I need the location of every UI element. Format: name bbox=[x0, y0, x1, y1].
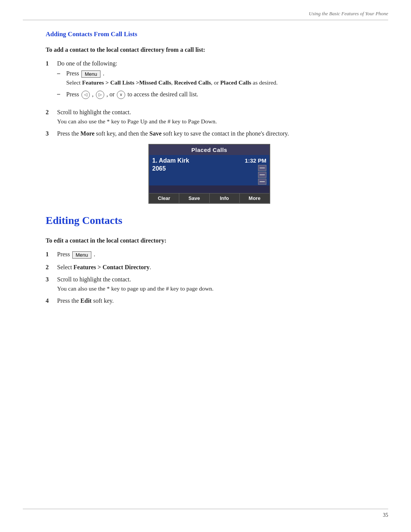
steps-list-editing: 1 Press Menu . 2 Select Features > Conta… bbox=[46, 251, 373, 304]
task-heading-editing: To edit a contact in the local contact d… bbox=[46, 237, 373, 244]
step-3: 3 Press the More soft key, and then the … bbox=[46, 130, 373, 137]
press-label-1b: Press bbox=[66, 91, 81, 97]
period-e1: . bbox=[94, 251, 95, 257]
nav-label: to access the desired call list. bbox=[127, 91, 198, 97]
step-2-content: Scroll to highlight the contact. You can… bbox=[57, 109, 373, 125]
sub-step-1b-content: Press ◁ , ▷ , or ∨ to access the desired… bbox=[66, 91, 373, 99]
steps-list-adding: 1 Do one of the following: – Press Menu … bbox=[46, 60, 373, 137]
edit-step-1-content: Press Menu . bbox=[57, 251, 373, 259]
top-rule bbox=[23, 20, 388, 20]
edit-step-num-3: 3 bbox=[46, 276, 53, 292]
editing-contacts-heading: Editing Contacts bbox=[46, 214, 373, 227]
step-3-content: Press the More soft key, and then the Sa… bbox=[57, 130, 373, 137]
period-1a: . bbox=[103, 70, 104, 77]
dash-1a: – bbox=[57, 70, 62, 77]
softkey-clear[interactable]: Clear bbox=[149, 193, 179, 203]
step-2: 2 Scroll to highlight the contact. You c… bbox=[46, 109, 373, 125]
edit-step-num-1: 1 bbox=[46, 251, 53, 259]
softkey-info[interactable]: Info bbox=[210, 193, 240, 203]
bottom-rule bbox=[23, 509, 388, 509]
phone-contact-name: 1. Adam Kirk bbox=[152, 157, 189, 164]
phone-screen-container: Placed Calls 1. Adam Kirk 2065 1:32 PM bbox=[46, 144, 373, 204]
features-contact-dir-label: Features > Contact Directory bbox=[73, 264, 150, 270]
edit-step-3-subnote: You can also use the * key to page up an… bbox=[57, 285, 373, 292]
phone-empty-row bbox=[149, 185, 269, 193]
edit-step-2: 2 Select Features > Contact Directory. bbox=[46, 264, 373, 271]
step-num-1: 1 bbox=[46, 60, 53, 104]
dash-1b: – bbox=[57, 91, 62, 97]
section-editing-contacts: Editing Contacts To edit a contact in th… bbox=[46, 214, 373, 304]
edit-step-2-content: Select Features > Contact Directory. bbox=[57, 264, 373, 271]
step-num-3: 3 bbox=[46, 130, 53, 137]
comma-2: , or bbox=[107, 91, 116, 97]
main-content: Adding Contacts From Call Lists To add a… bbox=[46, 30, 373, 310]
phone-screen: Placed Calls 1. Adam Kirk 2065 1:32 PM bbox=[148, 144, 270, 204]
sub-step-1a: – Press Menu . Select Features > Call Li… bbox=[57, 70, 373, 86]
menu-button-edit[interactable]: Menu bbox=[72, 251, 92, 259]
phone-title-bar: Placed Calls bbox=[149, 145, 269, 155]
step-num-2: 2 bbox=[46, 109, 53, 125]
softkey-more[interactable]: More bbox=[240, 193, 269, 203]
section-adding-contacts: Adding Contacts From Call Lists To add a… bbox=[46, 30, 373, 204]
phone-softkeys: Clear Save Info More bbox=[149, 193, 269, 203]
edit-step-1: 1 Press Menu . bbox=[46, 251, 373, 259]
phone-icon-1 bbox=[258, 165, 266, 171]
edit-step-3: 3 Scroll to highlight the contact. You c… bbox=[46, 276, 373, 292]
step-2-text: Scroll to highlight the contact. bbox=[57, 109, 131, 115]
edit-step-num-2: 2 bbox=[46, 264, 53, 271]
sub-steps-1: – Press Menu . Select Features > Call Li… bbox=[57, 70, 373, 99]
phone-time: 1:32 PM bbox=[245, 157, 266, 164]
step-1: 1 Do one of the following: – Press Menu … bbox=[46, 60, 373, 104]
press-label-e1: Press bbox=[57, 251, 72, 257]
select-note-1a: Select Features > Call Lists >Missed Cal… bbox=[66, 79, 373, 86]
left-nav-icon[interactable]: ◁ bbox=[81, 91, 90, 99]
task-heading-adding: To add a contact to the local contact di… bbox=[46, 46, 373, 53]
edit-step-num-4: 4 bbox=[46, 297, 53, 304]
save-label: Save bbox=[150, 130, 162, 137]
menu-button-1a[interactable]: Menu bbox=[81, 70, 101, 78]
sub-step-1b: – Press ◁ , ▷ , or ∨ to access the desir… bbox=[57, 91, 373, 99]
step-2-subnote: You can also use the * key to Page Up an… bbox=[57, 118, 373, 125]
sub-step-1a-content: Press Menu . Select Features > Call List… bbox=[66, 70, 373, 86]
step-1-content: Do one of the following: – Press Menu . … bbox=[57, 60, 373, 104]
edit-softkey-label: Edit bbox=[80, 297, 91, 304]
section-heading-adding: Adding Contacts From Call Lists bbox=[46, 30, 373, 38]
right-nav-icon[interactable]: ▷ bbox=[96, 91, 104, 99]
softkey-save[interactable]: Save bbox=[179, 193, 209, 203]
page-header: Using the Basic Features of Your Phone bbox=[309, 11, 388, 17]
edit-step-4-content: Press the Edit soft key. bbox=[57, 297, 373, 304]
down-nav-icon[interactable]: ∨ bbox=[117, 91, 125, 99]
edit-step-4: 4 Press the Edit soft key. bbox=[46, 297, 373, 304]
phone-number: 2065 bbox=[152, 164, 189, 172]
page-number: 35 bbox=[383, 512, 388, 518]
phone-icon-3 bbox=[258, 179, 266, 185]
edit-step-3-content: Scroll to highlight the contact. You can… bbox=[57, 276, 373, 292]
press-label-1a: Press bbox=[66, 70, 81, 77]
comma-1: , bbox=[92, 91, 95, 97]
phone-icon-2 bbox=[258, 172, 266, 178]
phone-icons bbox=[258, 165, 266, 185]
edit-step-3-text: Scroll to highlight the contact. bbox=[57, 276, 131, 283]
more-label: More bbox=[80, 130, 94, 137]
step-1-text: Do one of the following: bbox=[57, 60, 117, 67]
